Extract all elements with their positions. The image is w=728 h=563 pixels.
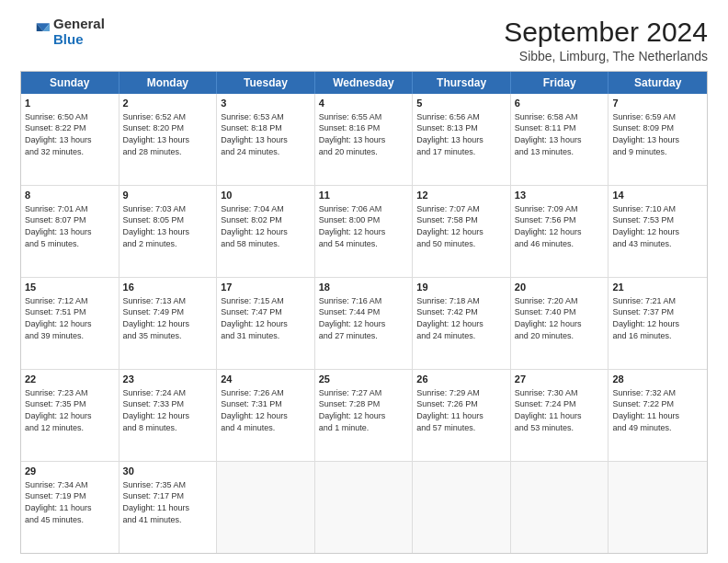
day-number: 8	[25, 189, 115, 202]
day-info: Sunrise: 7:06 AM Sunset: 8:00 PM Dayligh…	[319, 203, 409, 249]
day-info: Sunrise: 7:16 AM Sunset: 7:44 PM Dayligh…	[319, 295, 409, 341]
day-info: Sunrise: 7:07 AM Sunset: 7:58 PM Dayligh…	[416, 203, 506, 249]
day-info: Sunrise: 6:56 AM Sunset: 8:13 PM Dayligh…	[416, 111, 506, 157]
calendar-cell: 17Sunrise: 7:15 AM Sunset: 7:47 PM Dayli…	[217, 278, 315, 369]
calendar-cell: 24Sunrise: 7:26 AM Sunset: 7:31 PM Dayli…	[217, 370, 315, 461]
calendar-cell: 6Sunrise: 6:58 AM Sunset: 8:11 PM Daylig…	[511, 94, 609, 185]
calendar-cell: 16Sunrise: 7:13 AM Sunset: 7:49 PM Dayli…	[119, 278, 218, 369]
calendar-cell: 28Sunrise: 7:32 AM Sunset: 7:22 PM Dayli…	[609, 370, 707, 461]
day-info: Sunrise: 7:32 AM Sunset: 7:22 PM Dayligh…	[612, 387, 703, 433]
day-info: Sunrise: 6:59 AM Sunset: 8:09 PM Dayligh…	[612, 111, 703, 157]
calendar-cell	[511, 462, 609, 553]
calendar-row-4: 29Sunrise: 7:34 AM Sunset: 7:19 PM Dayli…	[21, 461, 707, 553]
calendar-cell: 11Sunrise: 7:06 AM Sunset: 8:00 PM Dayli…	[315, 186, 414, 277]
day-number: 16	[123, 281, 213, 294]
logo-line2: Blue	[53, 32, 105, 48]
calendar-cell: 23Sunrise: 7:24 AM Sunset: 7:33 PM Dayli…	[119, 370, 218, 461]
day-number: 18	[319, 281, 409, 294]
calendar-row-1: 8Sunrise: 7:01 AM Sunset: 8:07 PM Daylig…	[21, 185, 707, 277]
day-number: 12	[416, 189, 506, 202]
day-number: 28	[612, 373, 703, 386]
logo: General Blue	[20, 17, 105, 47]
calendar: Sunday Monday Tuesday Wednesday Thursday…	[20, 71, 708, 554]
calendar-cell	[315, 462, 414, 553]
day-info: Sunrise: 7:23 AM Sunset: 7:35 PM Dayligh…	[25, 387, 115, 433]
title-block: September 2024 Sibbe, Limburg, The Nethe…	[504, 17, 708, 63]
day-info: Sunrise: 7:27 AM Sunset: 7:28 PM Dayligh…	[319, 387, 409, 433]
calendar-cell: 13Sunrise: 7:09 AM Sunset: 7:56 PM Dayli…	[511, 186, 609, 277]
calendar-cell: 14Sunrise: 7:10 AM Sunset: 7:53 PM Dayli…	[609, 186, 707, 277]
day-number: 4	[319, 97, 409, 110]
calendar-row-2: 15Sunrise: 7:12 AM Sunset: 7:51 PM Dayli…	[21, 277, 707, 369]
calendar-cell: 18Sunrise: 7:16 AM Sunset: 7:44 PM Dayli…	[315, 278, 414, 369]
calendar-cell: 2Sunrise: 6:52 AM Sunset: 8:20 PM Daylig…	[119, 94, 218, 185]
day-info: Sunrise: 7:04 AM Sunset: 8:02 PM Dayligh…	[221, 203, 311, 249]
day-number: 23	[123, 373, 213, 386]
calendar-cell	[217, 462, 315, 553]
day-number: 1	[25, 97, 115, 110]
day-number: 10	[221, 189, 311, 202]
calendar-cell: 26Sunrise: 7:29 AM Sunset: 7:26 PM Dayli…	[413, 370, 511, 461]
main-title: September 2024	[504, 17, 708, 47]
header: General Blue September 2024 Sibbe, Limbu…	[20, 17, 708, 63]
day-number: 27	[515, 373, 605, 386]
day-info: Sunrise: 7:12 AM Sunset: 7:51 PM Dayligh…	[25, 295, 115, 341]
calendar-header: Sunday Monday Tuesday Wednesday Thursday…	[21, 72, 707, 94]
calendar-cell: 22Sunrise: 7:23 AM Sunset: 7:35 PM Dayli…	[21, 370, 119, 461]
day-number: 9	[123, 189, 213, 202]
day-info: Sunrise: 6:50 AM Sunset: 8:22 PM Dayligh…	[25, 111, 115, 157]
day-number: 6	[515, 97, 605, 110]
day-number: 20	[515, 281, 605, 294]
day-info: Sunrise: 7:15 AM Sunset: 7:47 PM Dayligh…	[221, 295, 311, 341]
day-number: 3	[221, 97, 311, 110]
weekday-wednesday: Wednesday	[315, 72, 414, 94]
day-info: Sunrise: 7:03 AM Sunset: 8:05 PM Dayligh…	[123, 203, 213, 249]
calendar-cell: 15Sunrise: 7:12 AM Sunset: 7:51 PM Dayli…	[21, 278, 119, 369]
day-info: Sunrise: 7:18 AM Sunset: 7:42 PM Dayligh…	[416, 295, 506, 341]
day-info: Sunrise: 6:53 AM Sunset: 8:18 PM Dayligh…	[221, 111, 311, 157]
day-info: Sunrise: 6:58 AM Sunset: 8:11 PM Dayligh…	[515, 111, 605, 157]
calendar-cell: 9Sunrise: 7:03 AM Sunset: 8:05 PM Daylig…	[119, 186, 218, 277]
day-info: Sunrise: 7:30 AM Sunset: 7:24 PM Dayligh…	[515, 387, 605, 433]
weekday-monday: Monday	[119, 72, 218, 94]
calendar-row-3: 22Sunrise: 7:23 AM Sunset: 7:35 PM Dayli…	[21, 369, 707, 461]
weekday-thursday: Thursday	[413, 72, 511, 94]
day-info: Sunrise: 7:24 AM Sunset: 7:33 PM Dayligh…	[123, 387, 213, 433]
calendar-cell: 29Sunrise: 7:34 AM Sunset: 7:19 PM Dayli…	[21, 462, 119, 553]
subtitle: Sibbe, Limburg, The Netherlands	[504, 49, 708, 63]
day-number: 29	[25, 465, 115, 478]
day-number: 14	[612, 189, 703, 202]
day-number: 19	[416, 281, 506, 294]
day-info: Sunrise: 7:13 AM Sunset: 7:49 PM Dayligh…	[123, 295, 213, 341]
day-info: Sunrise: 7:20 AM Sunset: 7:40 PM Dayligh…	[515, 295, 605, 341]
day-number: 25	[319, 373, 409, 386]
day-info: Sunrise: 7:10 AM Sunset: 7:53 PM Dayligh…	[612, 203, 703, 249]
day-number: 22	[25, 373, 115, 386]
calendar-cell: 3Sunrise: 6:53 AM Sunset: 8:18 PM Daylig…	[217, 94, 315, 185]
day-info: Sunrise: 7:29 AM Sunset: 7:26 PM Dayligh…	[416, 387, 506, 433]
calendar-cell	[609, 462, 707, 553]
calendar-cell: 10Sunrise: 7:04 AM Sunset: 8:02 PM Dayli…	[217, 186, 315, 277]
day-info: Sunrise: 6:52 AM Sunset: 8:20 PM Dayligh…	[123, 111, 213, 157]
day-info: Sunrise: 7:21 AM Sunset: 7:37 PM Dayligh…	[612, 295, 703, 341]
calendar-body: 1Sunrise: 6:50 AM Sunset: 8:22 PM Daylig…	[21, 94, 707, 553]
calendar-cell: 8Sunrise: 7:01 AM Sunset: 8:07 PM Daylig…	[21, 186, 119, 277]
day-info: Sunrise: 7:34 AM Sunset: 7:19 PM Dayligh…	[25, 479, 115, 525]
calendar-cell: 21Sunrise: 7:21 AM Sunset: 7:37 PM Dayli…	[609, 278, 707, 369]
calendar-cell: 7Sunrise: 6:59 AM Sunset: 8:09 PM Daylig…	[609, 94, 707, 185]
day-number: 11	[319, 189, 409, 202]
day-number: 15	[25, 281, 115, 294]
calendar-cell: 19Sunrise: 7:18 AM Sunset: 7:42 PM Dayli…	[413, 278, 511, 369]
weekday-sunday: Sunday	[21, 72, 119, 94]
day-number: 21	[612, 281, 703, 294]
day-number: 17	[221, 281, 311, 294]
calendar-cell	[413, 462, 511, 553]
weekday-friday: Friday	[511, 72, 609, 94]
weekday-saturday: Saturday	[609, 72, 707, 94]
day-number: 2	[123, 97, 213, 110]
day-number: 5	[416, 97, 506, 110]
calendar-cell: 1Sunrise: 6:50 AM Sunset: 8:22 PM Daylig…	[21, 94, 119, 185]
calendar-cell: 4Sunrise: 6:55 AM Sunset: 8:16 PM Daylig…	[315, 94, 414, 185]
logo-line1: General	[53, 17, 105, 32]
day-info: Sunrise: 7:01 AM Sunset: 8:07 PM Dayligh…	[25, 203, 115, 249]
